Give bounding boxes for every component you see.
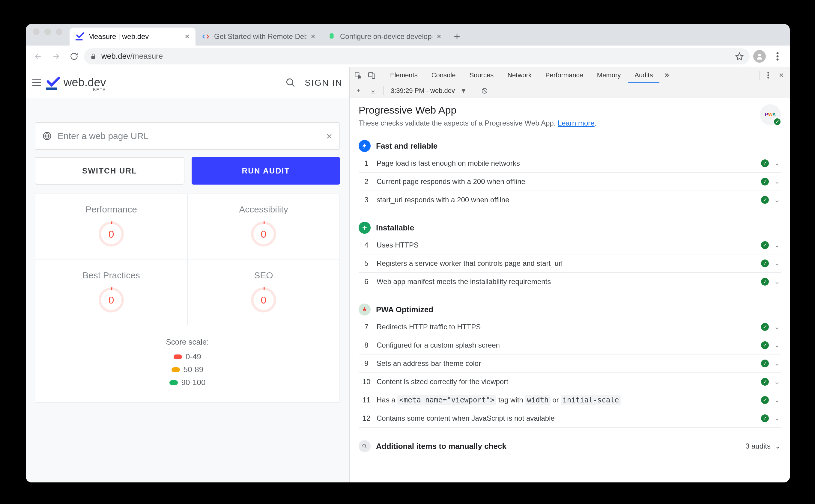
device-toolbar-icon[interactable] <box>365 69 378 82</box>
learn-more-link[interactable]: Learn more <box>558 119 595 127</box>
audits-title: Progressive Web App <box>358 104 781 116</box>
gauge-seo: SEO 0 <box>187 260 339 325</box>
lock-icon <box>90 53 97 60</box>
maximize-window-icon[interactable] <box>56 28 62 35</box>
devtools-kebab-icon[interactable] <box>762 69 775 82</box>
tab-title: Configure on-device develope <box>340 32 433 41</box>
reload-button[interactable] <box>66 48 82 64</box>
chevron-down-icon[interactable]: ⌄ <box>774 178 780 185</box>
devtools-tab-sources[interactable]: Sources <box>463 67 500 83</box>
chevron-down-icon[interactable]: ⌄ <box>775 442 781 450</box>
tab-strip: Measure | web.dev × Get Started with Rem… <box>26 24 790 46</box>
pass-icon: ✓ <box>761 278 769 286</box>
svg-rect-20 <box>372 74 375 78</box>
pass-icon: ✓ <box>761 396 769 404</box>
audit-text: Sets an address-bar theme color <box>373 359 761 368</box>
manual-check-section[interactable]: Additional items to manually check 3 aud… <box>358 440 781 452</box>
audit-text: Configured for a custom splash screen <box>373 341 761 349</box>
devtools-tab-elements[interactable]: Elements <box>383 67 424 83</box>
audit-row[interactable]: 8Configured for a custom splash screen✓⌄ <box>358 336 781 354</box>
audit-row[interactable]: 4Uses HTTPS✓⌄ <box>358 236 781 254</box>
browser-tab[interactable]: Measure | web.dev × <box>70 28 195 46</box>
devtools-tab-network[interactable]: Network <box>501 67 538 83</box>
chevron-down-icon[interactable]: ⌄ <box>774 341 780 349</box>
audit-text: Current page responds with a 200 when of… <box>373 177 761 186</box>
svg-point-3 <box>758 54 761 56</box>
webdev-logo[interactable]: web.dev BETA <box>46 76 106 90</box>
webdev-header: web.dev BETA SIGN IN <box>26 67 349 98</box>
pass-icon: ✓ <box>761 360 769 367</box>
webdev-icon <box>76 32 84 41</box>
forward-button[interactable] <box>48 48 64 64</box>
devtools-tab-performance[interactable]: Performance <box>539 67 590 83</box>
pass-icon: ✓ <box>761 323 769 331</box>
audit-row[interactable]: 10Content is sized correctly for the vie… <box>358 373 781 391</box>
chevron-down-icon[interactable]: ⌄ <box>774 323 780 331</box>
hamburger-icon[interactable] <box>32 79 41 86</box>
svg-point-8 <box>287 79 293 85</box>
audit-row[interactable]: 11Has a <meta name="viewport"> tag with … <box>358 391 781 409</box>
profile-button[interactable] <box>751 48 768 64</box>
download-icon[interactable] <box>367 85 379 97</box>
new-tab-button[interactable]: + <box>451 31 463 43</box>
more-tabs-icon[interactable] <box>660 69 673 82</box>
browser-tab[interactable]: Configure on-device develope × <box>321 28 448 46</box>
chevron-down-icon[interactable]: ⌄ <box>774 241 780 249</box>
back-button[interactable] <box>30 48 46 64</box>
switch-url-button[interactable]: SWITCH URL <box>35 157 184 185</box>
chevron-down-icon[interactable]: ⌄ <box>774 278 780 286</box>
audit-row[interactable]: 1Page load is fast enough on mobile netw… <box>358 154 781 173</box>
devtools-close-icon[interactable]: × <box>775 69 788 82</box>
chevron-down-icon[interactable]: ⌄ <box>774 259 780 267</box>
search-icon[interactable] <box>285 78 296 88</box>
browser-tab[interactable]: Get Started with Remote Debu × <box>195 28 321 46</box>
new-audit-icon[interactable]: + <box>352 85 364 97</box>
audit-row[interactable]: 7Redirects HTTP traffic to HTTPS✓⌄ <box>358 318 781 336</box>
url-input[interactable] <box>58 131 320 141</box>
webdev-logo-text: web.dev BETA <box>64 76 106 89</box>
clear-icon[interactable] <box>479 85 491 97</box>
address-bar[interactable]: web.dev/measure <box>84 48 750 64</box>
run-audit-button[interactable]: RUN AUDIT <box>192 157 340 185</box>
audits-subtitle: These checks validate the aspects of a P… <box>358 119 781 127</box>
minimize-window-icon[interactable] <box>44 28 51 35</box>
audit-row[interactable]: 6Web app manifest meets the installabili… <box>358 273 781 291</box>
tab-title: Measure | web.dev <box>88 32 180 41</box>
close-tab-icon[interactable]: × <box>185 32 189 41</box>
clear-icon[interactable]: × <box>326 130 332 142</box>
svg-point-23 <box>767 77 769 79</box>
kebab-menu-button[interactable] <box>769 48 786 64</box>
audits-run-label[interactable]: 3:39:29 PM - web.dev <box>391 87 455 95</box>
audit-row[interactable]: 9Sets an address-bar theme color✓⌄ <box>358 354 781 373</box>
bolt-icon <box>358 140 370 152</box>
audit-number: 2 <box>360 177 373 186</box>
devtools-tab-memory[interactable]: Memory <box>591 67 627 83</box>
chevron-down-icon[interactable]: ⌄ <box>774 196 780 204</box>
chevron-down-icon[interactable]: ⌄ <box>774 414 780 422</box>
inspect-element-icon[interactable] <box>351 69 364 82</box>
chevron-down-icon[interactable]: ⌄ <box>774 159 780 167</box>
svg-point-25 <box>362 444 365 447</box>
chevron-down-icon[interactable]: ⌄ <box>774 396 780 404</box>
close-tab-icon[interactable]: × <box>437 32 442 41</box>
devtools-tabs: Elements Console Sources Network Perform… <box>349 67 790 83</box>
devtools-tab-console[interactable]: Console <box>425 67 463 83</box>
close-tab-icon[interactable]: × <box>311 32 315 41</box>
pwa-badge-icon: PWA ✓ <box>760 104 781 125</box>
sign-in-button[interactable]: SIGN IN <box>305 78 342 88</box>
audit-row[interactable]: 5Registers a service worker that control… <box>358 254 781 273</box>
audit-row[interactable]: 2Current page responds with a 200 when o… <box>358 173 781 191</box>
chevron-down-icon[interactable]: ⌄ <box>774 360 780 367</box>
audit-text: Redirects HTTP traffic to HTTPS <box>373 323 761 331</box>
gauge-best-practices: Best Practices 0 <box>35 260 187 325</box>
window-controls[interactable] <box>26 24 70 46</box>
chevron-down-icon[interactable]: ▼ <box>460 87 467 95</box>
star-icon[interactable] <box>735 52 744 61</box>
devtools-tab-audits[interactable]: Audits <box>628 67 659 83</box>
audit-row[interactable]: 3start_url responds with a 200 when offl… <box>358 191 781 209</box>
svg-rect-0 <box>76 39 82 40</box>
audit-row[interactable]: 12Contains some content when JavaScript … <box>358 409 781 428</box>
close-window-icon[interactable] <box>33 28 40 35</box>
chevron-down-icon[interactable]: ⌄ <box>774 378 780 386</box>
audit-text: Has a <meta name="viewport"> tag with wi… <box>373 396 761 404</box>
